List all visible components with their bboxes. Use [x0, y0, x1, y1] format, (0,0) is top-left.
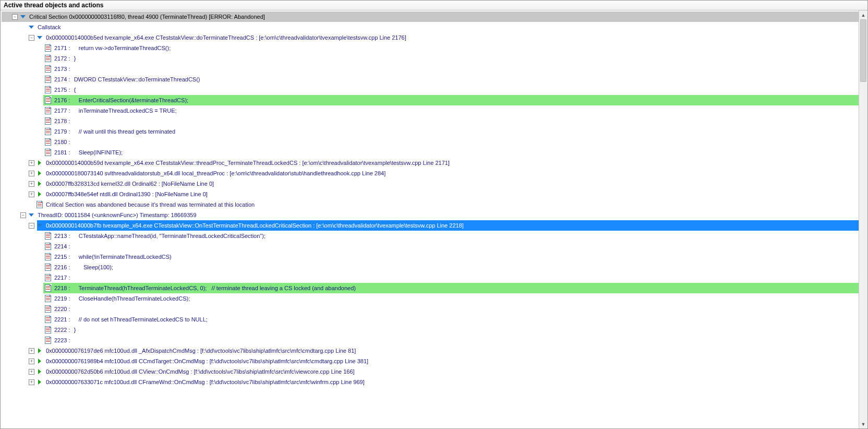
source-line[interactable]: 2180 :	[2, 137, 859, 147]
source-code: EnterCriticalSection(&terminateThreadCS)…	[71, 97, 190, 103]
source-line[interactable]: 2220 :	[2, 304, 859, 314]
scroll-up-icon[interactable]: ▲	[859, 10, 867, 19]
source-line[interactable]: 2214 :	[2, 241, 859, 252]
source-line[interactable]: 2219 : CloseHandle(hThreadTerminateLocke…	[2, 293, 859, 304]
stack-frame[interactable]: + 0x000000014000b59d tvexample_x64.exe C…	[2, 158, 859, 168]
line-number: 2171 :	[53, 45, 71, 51]
source-line[interactable]: 2171 : return vw->doTerminateThreadCS();	[2, 43, 859, 53]
source-line[interactable]: 2217 :	[2, 272, 859, 283]
stack-frame[interactable]: − 0x000000014000b5ed tvexample_x64.exe C…	[2, 32, 859, 43]
frame-label: 0x0000000180073140 svlthreadvalidatorstu…	[45, 170, 387, 176]
selected-stack-frame[interactable]: − 0x000000014000b7fb tvexample_x64.exe C…	[2, 220, 859, 231]
line-number: 2176 :	[53, 97, 71, 103]
doc-icon	[44, 65, 52, 73]
arrow-right-icon	[36, 159, 43, 166]
doc-icon	[44, 326, 52, 333]
source-code: }	[71, 55, 77, 62]
source-line[interactable]: 2178 :	[2, 116, 859, 126]
critical-section-row[interactable]: − Critical Section 0x0000000003116f80, t…	[2, 11, 859, 22]
thread-id-label: ThreadID: 00011584 (<unknownFunc>) Times…	[37, 212, 198, 218]
line-number: 2178 :	[53, 118, 71, 124]
tree-view[interactable]: − Critical Section 0x0000000003116f80, t…	[1, 10, 859, 428]
source-line[interactable]: 2181 : Sleep(INFINITE);	[2, 147, 859, 158]
critical-section-label: Critical Section 0x0000000003116f80, thr…	[28, 14, 266, 20]
source-line[interactable]: 2213 : CTeststakApp::nameThread(id, "Ter…	[2, 231, 859, 241]
stack-frame[interactable]: + 0x00000000761989b4 mfc100ud.dll CCmdTa…	[2, 356, 859, 366]
line-number: 2181 :	[53, 149, 71, 156]
source-line[interactable]: 2174 : DWORD CTeststakView::doTerminateT…	[2, 74, 859, 85]
expander-icon[interactable]: −	[29, 35, 34, 41]
doc-icon	[44, 305, 52, 313]
thread-id-row[interactable]: − ThreadID: 00011584 (<unknownFunc>) Tim…	[2, 210, 859, 220]
source-code: TerminateThread(hThreadTerminateLockedCS…	[71, 285, 357, 291]
expander-icon[interactable]: +	[29, 171, 34, 176]
expander-icon[interactable]: +	[29, 369, 34, 375]
expander-icon[interactable]: +	[29, 160, 34, 166]
frame-label: 0x000000014000b7fb tvexample_x64.exe CTe…	[45, 222, 465, 229]
title-bar: Active thread objects and actions	[1, 1, 867, 10]
stack-frame[interactable]: + 0x0000000180073140 svlthreadvalidators…	[2, 168, 859, 178]
doc-icon	[44, 264, 52, 271]
line-number: 2174 :	[53, 76, 71, 82]
line-number: 2213 :	[53, 233, 71, 239]
arrow-right-icon	[36, 190, 43, 198]
line-number: 2180 :	[53, 139, 71, 145]
doc-icon	[44, 86, 52, 93]
doc-icon	[44, 128, 52, 135]
source-line[interactable]: 2216 : Sleep(100);	[2, 262, 859, 272]
line-number: 2172 :	[53, 55, 71, 62]
doc-icon	[44, 284, 52, 292]
line-number: 2173 :	[53, 66, 71, 72]
source-line[interactable]: 2176 : EnterCriticalSection(&terminateTh…	[2, 95, 859, 105]
doc-icon	[44, 107, 52, 114]
expander-icon[interactable]: −	[20, 212, 26, 218]
stack-frame[interactable]: + 0x00007ffb348e54ef ntdll.dll Ordinal13…	[2, 189, 859, 199]
line-number: 2218 :	[53, 285, 71, 291]
expander-icon[interactable]: +	[29, 359, 34, 364]
line-number: 2219 :	[53, 295, 71, 302]
scroll-down-icon[interactable]: ▼	[859, 420, 867, 428]
stack-frame[interactable]: + 0x00000000762d50b6 mfc100ud.dll CView:…	[2, 366, 859, 377]
stack-frame[interactable]: + 0x000000007633071c mfc100ud.dll CFrame…	[2, 377, 859, 387]
source-code: while(!inTerminateThreadLockedCS)	[71, 254, 173, 260]
vertical-scrollbar[interactable]: ▲ ▼	[859, 10, 867, 428]
source-line[interactable]: 2173 :	[2, 64, 859, 74]
doc-icon	[44, 149, 52, 156]
expander-icon[interactable]: −	[12, 14, 18, 20]
expander-icon[interactable]: +	[29, 181, 34, 187]
source-line[interactable]: 2222 : }	[2, 325, 859, 335]
expander-icon[interactable]: +	[29, 379, 34, 385]
scroll-thumb[interactable]	[860, 19, 866, 82]
expander-icon[interactable]: +	[29, 348, 34, 354]
source-code: // do not set hThreadTerminateLockedCS t…	[71, 316, 209, 323]
expander-icon[interactable]: +	[29, 192, 34, 197]
expander-icon[interactable]: −	[29, 223, 34, 229]
arrow-right-icon	[36, 358, 43, 365]
frame-label: 0x00007ffb328313cd kernel32.dll Ordinal6…	[45, 181, 215, 187]
source-line[interactable]: 2179 : // wait until this thread gets te…	[2, 126, 859, 137]
doc-icon	[36, 201, 43, 208]
source-line[interactable]: 2215 : while(!inTerminateThreadLockedCS)	[2, 252, 859, 262]
arrow-down-icon	[36, 222, 43, 229]
source-line[interactable]: 2218 : TerminateThread(hThreadTerminateL…	[2, 283, 859, 293]
source-line[interactable]: 2221 : // do not set hThreadTerminateLoc…	[2, 314, 859, 325]
source-code: Sleep(100);	[71, 264, 114, 270]
title-text: Active thread objects and actions	[4, 2, 103, 9]
arrow-down-icon	[19, 13, 27, 20]
abandoned-note-row[interactable]: Critical Section was abandoned because i…	[2, 199, 859, 210]
source-line[interactable]: 2177 : inTerminateThreadLockedCS = TRUE;	[2, 105, 859, 116]
frame-label: 0x00000000762d50b6 mfc100ud.dll CView::O…	[45, 368, 356, 375]
source-line[interactable]: 2172 : }	[2, 53, 859, 64]
source-line[interactable]: 2175 : {	[2, 85, 859, 95]
stack-frame[interactable]: + 0x00007ffb328313cd kernel32.dll Ordina…	[2, 178, 859, 189]
callstack-row[interactable]: Callstack	[2, 22, 859, 32]
source-line[interactable]: 2223 :	[2, 335, 859, 345]
line-number: 2223 :	[53, 337, 71, 343]
frame-label: 0x00007ffb348e54ef ntdll.dll Ordinal1390…	[45, 191, 209, 197]
line-number: 2217 :	[53, 275, 71, 281]
doc-icon	[44, 55, 52, 62]
stack-frame[interactable]: + 0x0000000076197de6 mfc100ud.dll _AfxDi…	[2, 345, 859, 356]
arrow-down-icon	[28, 211, 35, 219]
thread-viewer-window: Active thread objects and actions − Crit…	[0, 0, 868, 429]
line-number: 2175 :	[53, 87, 71, 93]
